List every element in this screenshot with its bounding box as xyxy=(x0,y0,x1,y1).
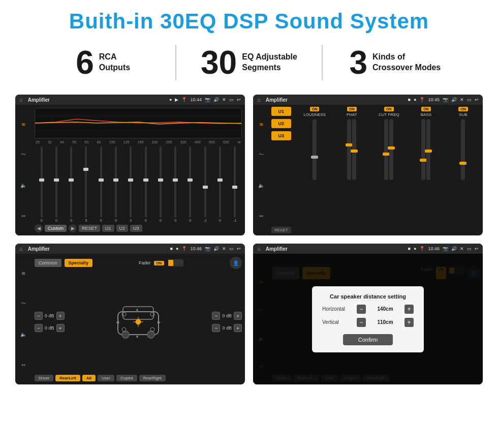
common-button[interactable]: Common xyxy=(35,259,61,267)
eq-back-icon[interactable]: ↩ xyxy=(237,97,241,102)
loudness-slider[interactable] xyxy=(313,119,317,180)
eq-prev-button[interactable]: ◀ xyxy=(35,224,43,232)
eq-slider-1[interactable]: 0 xyxy=(35,146,48,222)
dialog-dot2: ● xyxy=(414,246,416,251)
all-button[interactable]: All xyxy=(82,375,96,381)
eq-u2-button[interactable]: U2 xyxy=(116,225,129,232)
rearleft-button[interactable]: RearLeft xyxy=(55,375,80,381)
fader-sidebar-expand-icon[interactable]: ⇔ xyxy=(18,360,29,371)
fader-bottom-row: Driver RearLeft All User Copilot RearRig… xyxy=(35,375,242,381)
stat-eq-number: 30 xyxy=(201,46,237,79)
svg-text:◀: ◀ xyxy=(116,320,119,324)
amp-sidebar-expand-icon[interactable]: ⇔ xyxy=(256,211,267,222)
vertical-value-control: − 110cm + xyxy=(357,318,414,327)
fader-top-row: Common Specialty Fader ON 👤 xyxy=(35,257,242,269)
eq-slider-9[interactable]: 0 xyxy=(153,146,167,222)
eq-slider-4[interactable]: 5 xyxy=(79,146,93,222)
amp-sidebar-eq-icon[interactable]: ≋ xyxy=(256,118,267,130)
fader-db2-plus[interactable]: + xyxy=(56,324,65,332)
phat-slider-f[interactable] xyxy=(352,119,356,180)
u2-button[interactable]: U2 xyxy=(271,119,291,128)
sub-on-badge: ON xyxy=(458,107,468,111)
fader-right-controls: − 0 dB + − 0 dB + xyxy=(212,312,242,332)
copilot-button[interactable]: Copilot xyxy=(116,375,137,381)
amp-home-icon[interactable]: ⌂ xyxy=(257,97,261,103)
cutfreq-slider-g[interactable] xyxy=(389,119,393,180)
horizontal-minus-button[interactable]: − xyxy=(357,305,366,314)
eq-next-button[interactable]: ▶ xyxy=(69,224,77,232)
stat-rca-number: 6 xyxy=(76,46,94,79)
fader-db2-value: 0 dB xyxy=(45,325,54,331)
vertical-minus-button[interactable]: − xyxy=(357,318,366,327)
amp-x-icon: ✕ xyxy=(460,97,464,102)
eq-slider-3[interactable]: 0 xyxy=(65,146,78,222)
eq-slider-14[interactable]: -1 xyxy=(228,146,242,222)
fader-db3-minus[interactable]: − xyxy=(212,312,220,320)
eq-slider-11[interactable]: 0 xyxy=(183,146,197,222)
cutfreq-slider-f[interactable] xyxy=(384,119,388,180)
user-button[interactable]: User xyxy=(98,375,114,381)
eq-custom-button[interactable]: Custom xyxy=(45,225,67,232)
u3-button[interactable]: U3 xyxy=(271,131,291,140)
eq-slider-5[interactable]: 0 xyxy=(94,146,108,222)
rearright-button[interactable]: RearRight xyxy=(139,375,166,381)
eq-slider-2[interactable]: 0 xyxy=(49,146,63,222)
fader-db4-plus[interactable]: + xyxy=(234,324,242,332)
eq-slider-6[interactable]: 0 xyxy=(109,146,122,222)
eq-slider-7[interactable]: 0 xyxy=(124,146,138,222)
amp-dot1: ■ xyxy=(408,97,411,102)
bass-on-badge: ON xyxy=(421,107,431,111)
sub-slider-g[interactable] xyxy=(461,119,465,180)
vertical-row: Vertical − 110cm + xyxy=(322,318,414,327)
fader-db1-minus[interactable]: − xyxy=(35,312,43,320)
fader-on-switch[interactable]: ON xyxy=(154,261,165,265)
fader-db-control-3: − 0 dB + xyxy=(212,312,242,320)
amp-sidebar-speaker-icon[interactable]: 🔈 xyxy=(256,180,267,191)
amp-channel-bass: ON BASS xyxy=(409,107,444,180)
fader-diagram: − 0 dB + − 0 dB + xyxy=(35,271,242,373)
bass-slider-g[interactable] xyxy=(426,119,430,180)
fader-db4-minus[interactable]: − xyxy=(212,324,220,332)
eq-slider-10[interactable]: 0 xyxy=(169,146,182,222)
amp-reset-button[interactable]: RESET xyxy=(271,227,291,233)
eq-slider-13[interactable]: 0 xyxy=(213,146,227,222)
fader-db3-plus[interactable]: + xyxy=(234,312,242,320)
confirm-button[interactable]: Confirm xyxy=(343,334,393,345)
fader-sidebar-wave-icon[interactable]: 〜 xyxy=(18,298,29,309)
u1-button[interactable]: U1 xyxy=(271,107,291,116)
specialty-button[interactable]: Specialty xyxy=(65,259,93,267)
fader-sidebar-eq-icon[interactable]: ≋ xyxy=(18,267,29,279)
eq-sidebar-wave-icon[interactable]: 〜 xyxy=(18,149,29,160)
vertical-plus-button[interactable]: + xyxy=(404,318,414,327)
svg-text:▼: ▼ xyxy=(135,335,139,339)
eq-u1-button[interactable]: U1 xyxy=(102,225,114,232)
stat-crossover: 3 Kinds ofCrossover Modes xyxy=(323,46,468,79)
eq-slider-12[interactable]: -1 xyxy=(198,146,212,222)
amp-sidebar-wave-icon[interactable]: 〜 xyxy=(256,149,267,160)
fader-back-icon[interactable]: ↩ xyxy=(237,246,241,251)
stat-rca-text: RCAOutputs xyxy=(99,52,130,73)
amp-back-icon[interactable]: ↩ xyxy=(475,97,479,102)
dialog-back-icon[interactable]: ↩ xyxy=(475,246,479,251)
amp-channel-phat: ON PHAT xyxy=(334,107,369,180)
fader-db2-minus[interactable]: − xyxy=(35,324,43,332)
eq-slider-8[interactable]: 0 xyxy=(139,146,152,222)
fader-vol-icon: 🔊 xyxy=(213,246,219,251)
fader-home-icon[interactable]: ⌂ xyxy=(19,246,23,252)
horizontal-label: Horizontal xyxy=(322,306,353,312)
home-icon[interactable]: ⌂ xyxy=(19,97,23,103)
eq-sidebar-speaker-icon[interactable]: 🔈 xyxy=(18,180,29,191)
svg-text:▲: ▲ xyxy=(135,307,139,312)
eq-u3-button[interactable]: U3 xyxy=(130,225,142,232)
fader-rect-icon: ▭ xyxy=(229,246,234,251)
horizontal-plus-button[interactable]: + xyxy=(404,305,414,314)
eq-sidebar-eq-icon[interactable]: ≋ xyxy=(18,118,29,130)
fader-db1-plus[interactable]: + xyxy=(56,312,65,320)
driver-button[interactable]: Driver xyxy=(35,375,53,381)
stat-eq-text: EQ AdjustableSegments xyxy=(242,52,297,73)
fader-sidebar-speaker-icon[interactable]: 🔈 xyxy=(18,329,29,340)
eq-reset-button[interactable]: RESET xyxy=(79,225,100,232)
eq-sidebar-expand-icon[interactable]: ⇔ xyxy=(18,211,29,222)
eq-graph xyxy=(35,108,242,138)
dialog-home-icon[interactable]: ⌂ xyxy=(257,246,261,252)
